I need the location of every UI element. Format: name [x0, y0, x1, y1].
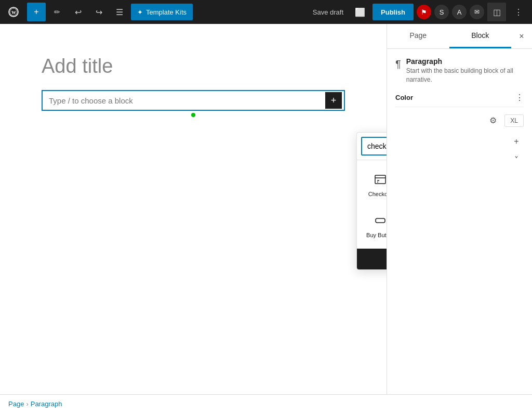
block-input-row: +: [42, 90, 345, 111]
main-layout: Add title + ×: [0, 24, 532, 413]
breadcrumb-page[interactable]: Page: [8, 400, 24, 408]
edit-tool-button[interactable]: ✏: [48, 3, 66, 21]
block-info-text: Paragraph Start with the basic building …: [406, 57, 524, 84]
template-kits-label: Template Kits: [146, 8, 187, 16]
browse-all-button[interactable]: Browse all: [357, 249, 387, 269]
template-kits-button[interactable]: ✦ Template Kits: [131, 4, 193, 20]
block-info-header: ¶ Paragraph Start with the basic buildin…: [395, 57, 524, 84]
collapse-row: ˅: [395, 153, 524, 167]
monitor-icon: ⬜: [355, 7, 365, 17]
plus-icon: +: [34, 7, 38, 17]
inserter-block-grid: Checkout CheckoutForm: [357, 160, 387, 249]
xl-label: XL: [510, 117, 518, 124]
plugin-icon-4[interactable]: ✉: [470, 5, 484, 19]
editor-area: Add title + ×: [0, 24, 387, 413]
adjust-icon-button[interactable]: ⚙: [486, 113, 500, 128]
more-dots-icon: ⋮: [515, 93, 524, 102]
undo-button[interactable]: ↩: [69, 3, 87, 21]
collapse-button[interactable]: ˅: [509, 153, 524, 167]
buy-button-icon: [374, 214, 387, 230]
adjust-icon: ⚙: [489, 115, 497, 125]
block-title: Paragraph: [406, 57, 524, 66]
sidebar-tabs: Page Block ×: [387, 24, 532, 49]
list-view-button[interactable]: ☰: [110, 3, 129, 21]
block-item-checkout[interactable]: Checkout: [361, 164, 387, 206]
color-section-header: Color ⋮: [395, 93, 524, 102]
pencil-icon: ✏: [54, 8, 60, 16]
breadcrumb-current[interactable]: Paragraph: [31, 400, 62, 408]
main-toolbar: W + ✏ ↩ ↪ ☰ ✦ Template Kits Save draft ⬜: [0, 0, 532, 24]
block-search-input[interactable]: [361, 137, 387, 156]
block-add-inline-button[interactable]: +: [325, 92, 342, 109]
xl-size-button[interactable]: XL: [504, 114, 524, 127]
svg-rect-14: [376, 218, 385, 223]
block-inserter-popup: × Checkout: [356, 132, 387, 270]
more-options-button[interactable]: ⋮: [509, 3, 528, 21]
star-icon: ✦: [137, 8, 143, 16]
add-panel-button[interactable]: +: [509, 134, 524, 149]
redo-icon: ↪: [96, 7, 102, 17]
undo-icon: ↩: [75, 7, 82, 17]
svg-text:W: W: [11, 10, 16, 15]
divider: [395, 107, 524, 107]
plugin-icon-3[interactable]: A: [452, 5, 467, 19]
tab-page-label: Page: [409, 31, 427, 40]
sidebar-close-button[interactable]: ×: [511, 24, 532, 48]
page-title-placeholder[interactable]: Add title: [42, 55, 345, 78]
save-draft-label: Save draft: [313, 8, 343, 16]
list-view-icon: ☰: [116, 7, 123, 17]
add-row: +: [395, 134, 524, 149]
adjust-row: ⚙ XL: [395, 113, 524, 128]
plus-icon-inline: +: [331, 95, 337, 106]
block-item-buy-button[interactable]: Buy Button: [361, 208, 387, 244]
sidebar-panel: Page Block × ¶ Paragraph Start with the …: [387, 24, 532, 413]
toolbar-right: Save draft ⬜ Publish ⚑ S A ✉ ◫ ⋮: [309, 3, 528, 21]
tab-block[interactable]: Block: [449, 24, 512, 48]
plugin-icon-2[interactable]: S: [434, 5, 449, 19]
redo-button[interactable]: ↪: [89, 3, 108, 21]
block-indicator-dot: [191, 113, 195, 117]
plugin-icon-1[interactable]: ⚑: [417, 5, 431, 19]
buy-button-label: Buy Button: [366, 232, 387, 239]
block-type-input[interactable]: [43, 91, 325, 110]
block-description: Start with the basic building block of a…: [406, 67, 524, 84]
svg-rect-2: [375, 175, 385, 184]
paragraph-icon: ¶: [395, 58, 401, 70]
save-draft-button[interactable]: Save draft: [309, 8, 348, 16]
publish-button[interactable]: Publish: [373, 4, 414, 20]
settings-icon: ◫: [493, 7, 501, 17]
sidebar-content: ¶ Paragraph Start with the basic buildin…: [387, 49, 532, 413]
tab-block-label: Block: [471, 31, 489, 40]
color-more-button[interactable]: ⋮: [515, 93, 524, 102]
color-section-title: Color: [395, 94, 413, 101]
settings-button[interactable]: ◫: [487, 3, 506, 21]
breadcrumb: Page › Paragraph: [0, 394, 532, 413]
wp-logo[interactable]: W: [4, 3, 23, 21]
inserter-search-area: ×: [357, 133, 387, 160]
checkout-icon: [374, 173, 387, 189]
add-block-button[interactable]: +: [27, 3, 46, 21]
tab-page[interactable]: Page: [387, 24, 449, 48]
preview-button[interactable]: ⬜: [351, 3, 369, 21]
collapse-icon: ˅: [514, 155, 518, 165]
inserter-search-wrap: ×: [361, 137, 387, 156]
checkout-label: Checkout: [368, 191, 387, 198]
breadcrumb-separator: ›: [26, 400, 28, 408]
publish-label: Publish: [381, 8, 405, 16]
add-panel-icon: +: [514, 137, 518, 146]
close-icon: ×: [519, 32, 524, 41]
more-icon: ⋮: [514, 7, 523, 17]
